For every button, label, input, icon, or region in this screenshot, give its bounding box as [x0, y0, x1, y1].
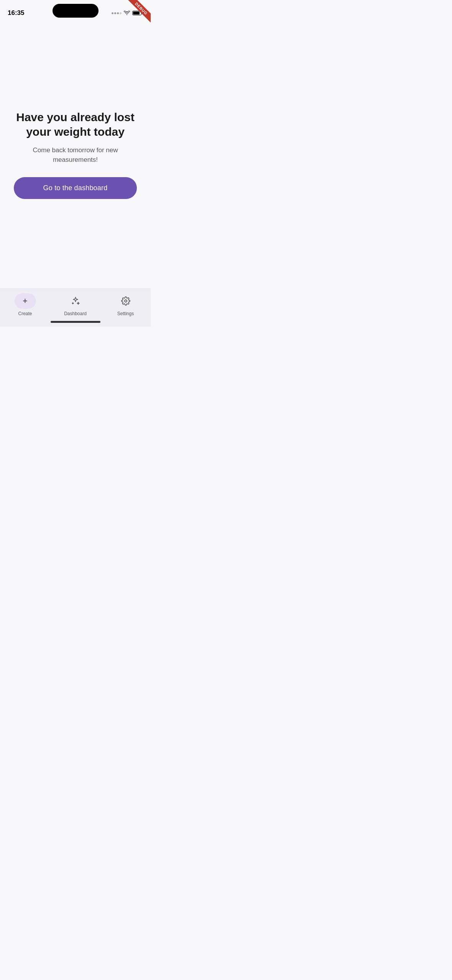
nav-item-dashboard[interactable]: Dashboard [60, 293, 91, 316]
nav-item-settings[interactable]: Settings [110, 293, 141, 316]
sparkle-icon [71, 296, 80, 306]
dynamic-island [53, 4, 99, 18]
settings-icon-wrapper [115, 293, 136, 309]
create-plus-circle: + [17, 293, 33, 309]
signal-icon [112, 12, 122, 14]
go-to-dashboard-button[interactable]: Go to the dashboard [14, 177, 137, 199]
headline: Have you already lost your weight today [14, 110, 137, 139]
dashboard-icon-wrapper [65, 293, 86, 309]
debug-label: DEBUG [127, 0, 151, 23]
status-time: 16:35 [8, 9, 24, 17]
create-icon-wrapper: + [15, 293, 36, 309]
dashboard-label: Dashboard [64, 311, 87, 316]
gear-icon [121, 296, 130, 306]
subtext: Come back tomorrow for new measurements! [14, 146, 137, 164]
settings-label: Settings [117, 311, 134, 316]
nav-item-create[interactable]: + Create [10, 293, 41, 316]
plus-icon: + [23, 297, 28, 305]
create-label: Create [18, 311, 32, 316]
svg-point-0 [125, 300, 127, 302]
debug-banner: DEBUG [124, 0, 151, 27]
main-content: Have you already lost your weight today … [0, 21, 151, 288]
home-indicator [51, 321, 100, 323]
